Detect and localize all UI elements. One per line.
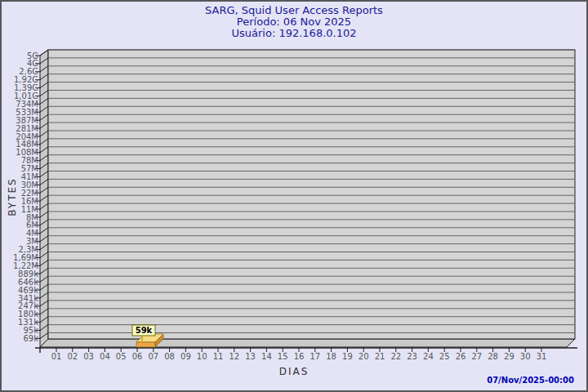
x-tick-label: 18 (326, 352, 336, 361)
x-tick-label: 13 (245, 352, 256, 361)
bar-value-label: 59k (136, 326, 153, 335)
x-tick-label: 03 (83, 352, 94, 361)
x-tick-label: 05 (116, 352, 127, 361)
x-tick-label: 11 (213, 352, 224, 361)
x-tick-label: 04 (100, 352, 110, 361)
generation-timestamp: 07/Nov/2025-00:00 (487, 376, 574, 385)
x-tick-label: 30 (520, 352, 531, 361)
x-tick-label: 17 (310, 352, 320, 361)
bar-front-face (136, 342, 155, 347)
x-tick-label: 19 (342, 352, 353, 361)
x-tick-label: 21 (375, 352, 385, 361)
x-tick-label: 29 (504, 352, 514, 361)
sarg-report-window: SARG, Squid User Access Reports Período:… (0, 0, 588, 392)
x-tick-label: 15 (278, 352, 288, 361)
x-tick-label: 09 (180, 352, 191, 361)
x-tick-label: 01 (51, 352, 62, 361)
x-tick-label: 06 (132, 352, 143, 361)
x-tick-label: 24 (423, 352, 434, 361)
floor (40, 339, 575, 347)
bytes-per-day-bar-chart: 5G4G2,6G1,92G1,39G1,01G734M533M387M281M2… (2, 2, 588, 392)
x-tick-label: 27 (471, 352, 482, 361)
x-tick-label: 10 (197, 352, 207, 361)
x-tick-label: 08 (164, 352, 175, 361)
x-tick-label: 07 (148, 352, 158, 361)
x-tick-label: 12 (229, 352, 239, 361)
x-tick-label: 02 (67, 352, 78, 361)
x-tick-label: 14 (261, 352, 272, 361)
x-tick-label: 26 (456, 352, 466, 361)
y-axis-title: BYTES (6, 168, 19, 225)
x-tick-label: 31 (537, 352, 547, 361)
y-tick-label: 69k (23, 334, 38, 343)
x-tick-label: 23 (407, 352, 417, 361)
x-tick-label: 28 (488, 352, 498, 361)
plot-area (48, 50, 575, 339)
x-tick-label: 25 (439, 352, 450, 361)
x-tick-label: 22 (390, 352, 401, 361)
x-tick-label: 16 (294, 352, 305, 361)
x-tick-label: 20 (359, 352, 369, 361)
